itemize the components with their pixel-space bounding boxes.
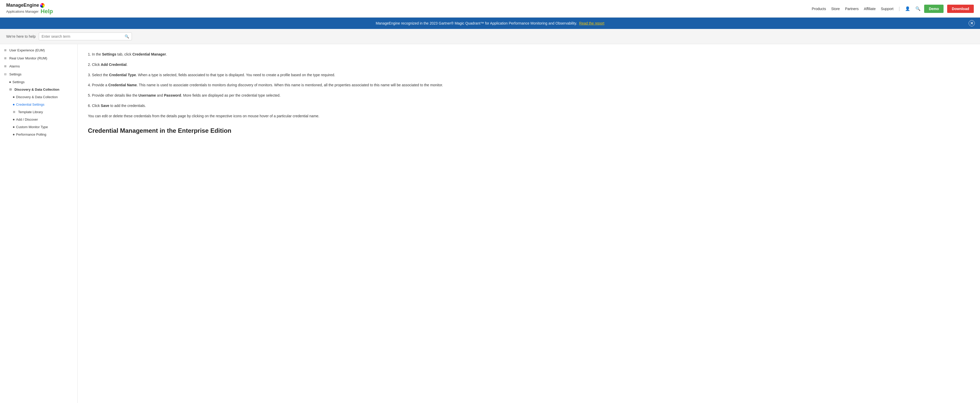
step5-text3: . More fields are displayed as per the c… bbox=[181, 93, 280, 97]
search-bar: We're here to help 🔍 bbox=[0, 29, 980, 44]
expand-icon-eum: ⊞ bbox=[4, 49, 8, 52]
step5-bold1: Username bbox=[138, 93, 156, 97]
step4-text1: Provide a bbox=[92, 83, 108, 87]
edit-delete-note: You can edit or delete these credentials… bbox=[88, 113, 970, 119]
sidebar-child-label-settings: Settings bbox=[13, 80, 25, 84]
step3-text2: . When a type is selected, fields associ… bbox=[136, 73, 336, 77]
bullet-discovery bbox=[13, 96, 14, 98]
download-button[interactable]: Download bbox=[947, 5, 974, 13]
bullet-credential bbox=[13, 104, 14, 105]
step-2: Click Add Credential. bbox=[88, 62, 970, 68]
content-area: In the Settings tab, click Credential Ma… bbox=[78, 44, 980, 403]
nav-support[interactable]: Support bbox=[881, 7, 893, 11]
app-name: Applications Manager bbox=[6, 10, 38, 13]
step-5: Provide other details like the Username … bbox=[88, 92, 970, 99]
demo-button[interactable]: Demo bbox=[924, 5, 943, 13]
step-4: Provide a Credential Name. This name is … bbox=[88, 82, 970, 88]
step2-bold1: Add Credential bbox=[101, 62, 127, 67]
sidebar-label-alarms: Alarms bbox=[9, 64, 20, 68]
sidebar-child-add-discover[interactable]: Add / Discover bbox=[0, 116, 77, 123]
expand-icon-discovery: ⊟ bbox=[9, 88, 13, 91]
help-label: Help bbox=[41, 8, 53, 15]
step-3: Select the Credential Type. When a type … bbox=[88, 72, 970, 78]
sidebar-child-credential-settings[interactable]: Credential Settings bbox=[0, 101, 77, 108]
sidebar-sub-header-discovery[interactable]: ⊟ Discovery & Data Collection bbox=[0, 86, 77, 93]
promo-banner: ManageEngine recognized in the 2023 Gart… bbox=[0, 17, 980, 29]
brand-logo: ManageEngine bbox=[6, 3, 53, 8]
sidebar-child-label-custom-monitor: Custom Monitor Type bbox=[16, 125, 48, 129]
sidebar-item-alarms[interactable]: ⊞ Alarms bbox=[0, 62, 77, 70]
bullet-performance-polling bbox=[13, 134, 14, 135]
search-input-wrapper: 🔍 bbox=[39, 33, 132, 40]
banner-text: ManageEngine recognized in the 2023 Gart… bbox=[376, 21, 577, 25]
step-1: In the Settings tab, click Credential Ma… bbox=[88, 51, 970, 58]
step-6: Click Save to add the credentials. bbox=[88, 103, 970, 109]
steps-list: In the Settings tab, click Credential Ma… bbox=[88, 51, 970, 109]
sidebar-child-label-add-discover: Add / Discover bbox=[16, 117, 38, 121]
nav-products[interactable]: Products bbox=[812, 7, 826, 11]
step6-text1: Click bbox=[92, 103, 101, 108]
logo-area: ManageEngine Applications Manager Help bbox=[6, 3, 53, 15]
step2-text2: . bbox=[126, 62, 127, 67]
main-layout: ⊞ User Experience (EUM) ⊞ Real User Moni… bbox=[0, 44, 980, 403]
step6-bold1: Save bbox=[101, 103, 110, 108]
top-navigation: ManageEngine Applications Manager Help P… bbox=[0, 0, 980, 17]
search-nav-icon[interactable]: 🔍 bbox=[915, 6, 921, 11]
sidebar-item-rum[interactable]: ⊞ Real User Monitor (RUM) bbox=[0, 54, 77, 62]
sidebar-child-label-performance-polling: Performance Polling bbox=[16, 133, 46, 136]
bullet-add-discover bbox=[13, 119, 14, 121]
sidebar-child-settings[interactable]: Settings bbox=[0, 78, 77, 86]
step5-bold2: Password bbox=[164, 93, 181, 97]
brand-icon bbox=[40, 3, 45, 8]
logo-subtitle: Applications Manager Help bbox=[6, 8, 53, 15]
nav-separator: | bbox=[899, 6, 900, 11]
sidebar-child-label-credential: Credential Settings bbox=[16, 103, 45, 106]
expand-icon-alarms: ⊞ bbox=[4, 65, 8, 68]
search-input[interactable] bbox=[41, 34, 123, 38]
step4-bold1: Credential Name bbox=[108, 83, 137, 87]
sidebar-label-eum: User Experience (EUM) bbox=[9, 48, 45, 52]
step4-text2: . This name is used to associate credent… bbox=[137, 83, 443, 87]
step1-bold2: Credential Manager bbox=[132, 52, 166, 56]
main-nav: Products Store Partners Affiliate Suppor… bbox=[812, 6, 921, 11]
sidebar-sub-header-template[interactable]: ⊞ Template Library bbox=[0, 108, 77, 116]
search-icon[interactable]: 🔍 bbox=[125, 34, 129, 38]
sidebar-label-rum: Real User Monitor (RUM) bbox=[9, 56, 47, 60]
step1-text1: In the bbox=[92, 52, 102, 56]
bullet-settings bbox=[9, 81, 11, 83]
step5-text1: Provide other details like the bbox=[92, 93, 138, 97]
banner-close-button[interactable]: ✕ bbox=[969, 20, 975, 26]
step3-text1: Select the bbox=[92, 73, 109, 77]
sidebar-sub-label-template: Template Library bbox=[18, 110, 43, 114]
section-title: Credential Management in the Enterprise … bbox=[88, 125, 970, 136]
sidebar-item-settings[interactable]: ⊟ Settings bbox=[0, 70, 77, 78]
sidebar-item-eum[interactable]: ⊞ User Experience (EUM) bbox=[0, 46, 77, 54]
sidebar-sub-label-discovery: Discovery & Data Collection bbox=[14, 87, 59, 92]
step3-bold1: Credential Type bbox=[109, 73, 136, 77]
step5-text2: and bbox=[156, 93, 164, 97]
nav-partners[interactable]: Partners bbox=[845, 7, 859, 11]
brand-name: ManageEngine bbox=[6, 3, 39, 8]
banner-link[interactable]: Read the report bbox=[579, 21, 604, 25]
sidebar-child-label-discovery: Discovery & Data Collection bbox=[16, 95, 58, 99]
expand-icon-settings: ⊟ bbox=[4, 73, 8, 76]
nav-store[interactable]: Store bbox=[831, 7, 840, 11]
nav-affiliate[interactable]: Affiliate bbox=[864, 7, 876, 11]
sidebar-child-discovery[interactable]: Discovery & Data Collection bbox=[0, 93, 77, 101]
nav-right: Products Store Partners Affiliate Suppor… bbox=[812, 5, 974, 13]
sidebar: ⊞ User Experience (EUM) ⊞ Real User Moni… bbox=[0, 44, 78, 403]
step1-bold1: Settings bbox=[102, 52, 116, 56]
expand-icon-template: ⊞ bbox=[13, 110, 16, 114]
user-icon[interactable]: 👤 bbox=[905, 6, 910, 11]
expand-icon-rum: ⊞ bbox=[4, 57, 8, 60]
sidebar-child-custom-monitor[interactable]: Custom Monitor Type bbox=[0, 123, 77, 131]
step2-text1: Click bbox=[92, 62, 101, 67]
bullet-custom-monitor bbox=[13, 126, 14, 128]
sidebar-label-settings: Settings bbox=[9, 72, 21, 76]
sidebar-child-performance-polling[interactable]: Performance Polling bbox=[0, 131, 77, 138]
step1-text3: . bbox=[166, 52, 167, 56]
step1-text2: tab, click bbox=[116, 52, 132, 56]
search-label: We're here to help bbox=[6, 34, 36, 38]
step6-text2: to add the credentials. bbox=[110, 103, 146, 108]
